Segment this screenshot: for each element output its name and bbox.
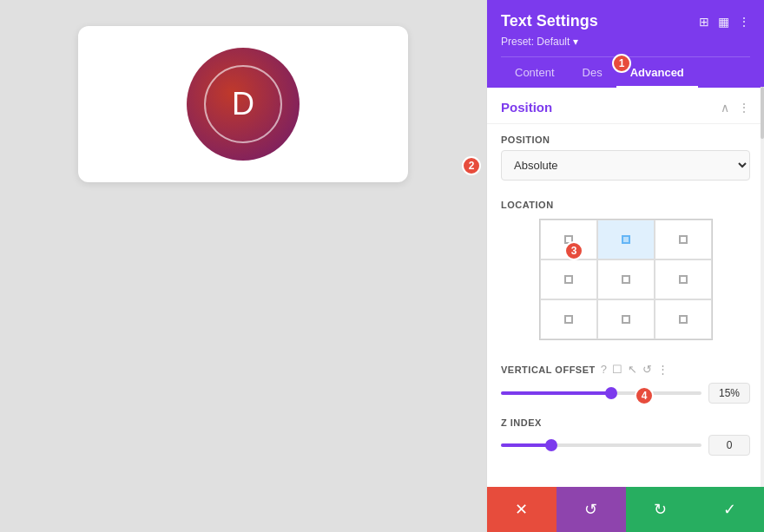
location-label: Location [501, 200, 750, 210]
expand-icon[interactable]: ⊞ [699, 15, 709, 29]
vertical-offset-value: 15% [708, 383, 750, 404]
columns-icon[interactable]: ▦ [718, 15, 729, 29]
position-field-label: Position [501, 135, 750, 145]
grid-dot-1-2 [679, 275, 688, 284]
tab-content[interactable]: Content [501, 57, 569, 88]
vertical-offset-thumb[interactable] [605, 387, 617, 399]
settings-panel: Text Settings ⊞ ▦ ⋮ Preset: Default ▾ Co… [486, 0, 764, 532]
grid-dot-2-1 [622, 315, 630, 324]
grid-cell-0-1[interactable] [597, 220, 655, 259]
panel-header: Text Settings ⊞ ▦ ⋮ Preset: Default ▾ Co… [487, 0, 764, 88]
scroll-indicator [761, 87, 764, 487]
z-index-track[interactable] [501, 443, 701, 447]
device-icon[interactable]: ☐ [612, 363, 622, 376]
bottom-bar: ✕ ↺ ↻ ✓ [487, 487, 764, 532]
grid-cell-1-2[interactable] [655, 259, 712, 299]
vertical-offset-row: Vertical Offset ? ☐ ↖ ↺ ⋮ 15% [487, 354, 764, 409]
z-index-thumb[interactable] [545, 439, 557, 451]
z-index-value: 0 [708, 435, 750, 456]
z-index-label: Z Index [501, 417, 750, 428]
badge-4: 4 [635, 386, 654, 405]
location-container: Location [487, 191, 764, 354]
preset-label: Preset: Default [501, 36, 570, 48]
position-select[interactable]: Default Absolute Fixed Relative [501, 150, 750, 181]
grid-dot-2-2 [679, 315, 688, 324]
vertical-offset-track[interactable] [501, 391, 701, 395]
circle-logo-inner: D [204, 65, 282, 143]
panel-content[interactable]: Position ∧ ⋮ Position Default Absolute F… [487, 88, 764, 532]
vertical-offset-fill [501, 391, 611, 395]
panel-title-icons: ⊞ ▦ ⋮ [699, 15, 750, 29]
preview-card: D [78, 26, 408, 182]
tab-design[interactable]: Des [569, 57, 616, 88]
position-section-header: Position ∧ ⋮ [487, 88, 764, 124]
preset-row: Preset: Default ▾ [501, 36, 750, 48]
reset-icon[interactable]: ↺ [642, 363, 652, 376]
arrow-icon[interactable]: ↖ [628, 363, 637, 376]
offset-label-row: Vertical Offset ? ☐ ↖ ↺ ⋮ [501, 363, 750, 376]
grid-dot-2-0 [564, 315, 573, 324]
grid-cell-1-1[interactable] [597, 259, 655, 299]
offset-more-icon[interactable]: ⋮ [657, 363, 668, 376]
grid-dot-1-1 [622, 275, 630, 284]
grid-dot-0-2 [679, 235, 688, 244]
panel-title: Text Settings [501, 12, 598, 30]
grid-cell-1-0[interactable] [540, 259, 597, 299]
grid-cell-2-0[interactable] [540, 299, 597, 339]
confirm-button[interactable]: ✓ [695, 487, 764, 532]
position-field-group: Position Default Absolute Fixed Relative [487, 124, 764, 191]
vertical-offset-label: Vertical Offset [501, 365, 596, 375]
grid-cell-2-2[interactable] [655, 299, 712, 339]
section-more-icon[interactable]: ⋮ [738, 101, 750, 115]
collapse-icon[interactable]: ∧ [721, 101, 729, 115]
cancel-button[interactable]: ✕ [487, 487, 557, 532]
grid-dot-1-0 [564, 275, 573, 284]
vertical-offset-slider-row: 15% [501, 383, 750, 404]
z-index-row: Z Index 0 [487, 409, 764, 470]
more-icon[interactable]: ⋮ [738, 15, 750, 29]
help-icon[interactable]: ? [601, 363, 607, 376]
grid-cell-0-2[interactable] [655, 220, 712, 259]
badge-1: 1 [612, 54, 631, 73]
z-index-fill [501, 443, 551, 447]
grid-cell-2-1[interactable] [597, 299, 655, 339]
panel-title-row: Text Settings ⊞ ▦ ⋮ [501, 12, 750, 30]
badge-3: 3 [564, 241, 583, 260]
redo-button[interactable]: ↻ [626, 487, 695, 532]
circle-logo: D [187, 48, 300, 161]
location-grid[interactable] [539, 219, 713, 340]
grid-dot-0-1 [622, 235, 630, 244]
preset-dropdown[interactable]: ▾ [573, 36, 578, 48]
z-index-slider-row: 0 [501, 435, 750, 456]
badge-2: 2 [462, 156, 481, 175]
canvas-area: D [0, 0, 486, 532]
undo-button[interactable]: ↺ [557, 487, 626, 532]
section-actions: ∧ ⋮ [721, 101, 750, 115]
scroll-indicator-thumb [761, 87, 764, 139]
position-section-title: Position [501, 100, 552, 115]
circle-letter: D [232, 86, 254, 122]
